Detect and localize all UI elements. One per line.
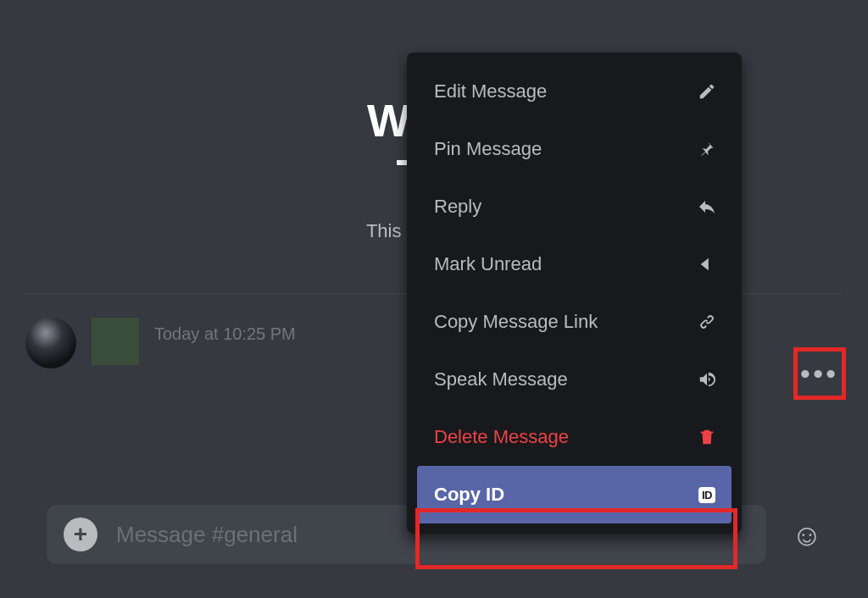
- smile-icon: ☺: [792, 518, 823, 553]
- menu-reply[interactable]: Reply: [417, 178, 732, 235]
- menu-speak-message[interactable]: Speak Message: [417, 351, 732, 408]
- unread-icon: [696, 253, 718, 275]
- menu-pin-message[interactable]: Pin Message: [417, 120, 732, 178]
- avatar[interactable]: [25, 318, 76, 368]
- menu-label: Reply: [434, 196, 481, 218]
- menu-label: Mark Unread: [434, 253, 542, 275]
- pencil-icon: [696, 80, 718, 102]
- menu-copy-id[interactable]: Copy ID ID: [417, 466, 732, 523]
- menu-delete-message[interactable]: Delete Message: [417, 408, 732, 466]
- menu-label: Delete Message: [434, 426, 569, 448]
- menu-copy-link[interactable]: Copy Message Link: [417, 293, 732, 351]
- menu-label: Speak Message: [434, 368, 568, 390]
- more-actions-button[interactable]: •••: [793, 347, 846, 400]
- menu-label: Pin Message: [434, 138, 542, 160]
- emoji-button[interactable]: ☺: [788, 517, 826, 554]
- menu-label: Copy ID: [434, 484, 504, 506]
- menu-label: Edit Message: [434, 80, 547, 102]
- message-timestamp: Today at 10:25 PM: [154, 324, 296, 344]
- menu-label: Copy Message Link: [434, 311, 598, 333]
- username-redacted: [92, 318, 139, 365]
- id-badge: ID: [698, 487, 715, 503]
- attach-button[interactable]: +: [64, 518, 97, 551]
- composer-placeholder: Message #general: [116, 522, 298, 548]
- menu-edit-message[interactable]: Edit Message: [417, 63, 732, 120]
- message-context-menu: Edit Message Pin Message Reply Mark Unre…: [407, 53, 742, 534]
- speaker-icon: [696, 368, 718, 390]
- id-icon: ID: [696, 484, 718, 506]
- plus-icon: +: [74, 521, 87, 548]
- trash-icon: [696, 426, 718, 448]
- pin-icon: [696, 138, 718, 160]
- menu-mark-unread[interactable]: Mark Unread: [417, 235, 732, 293]
- reply-icon: [696, 196, 718, 218]
- link-icon: [696, 311, 718, 333]
